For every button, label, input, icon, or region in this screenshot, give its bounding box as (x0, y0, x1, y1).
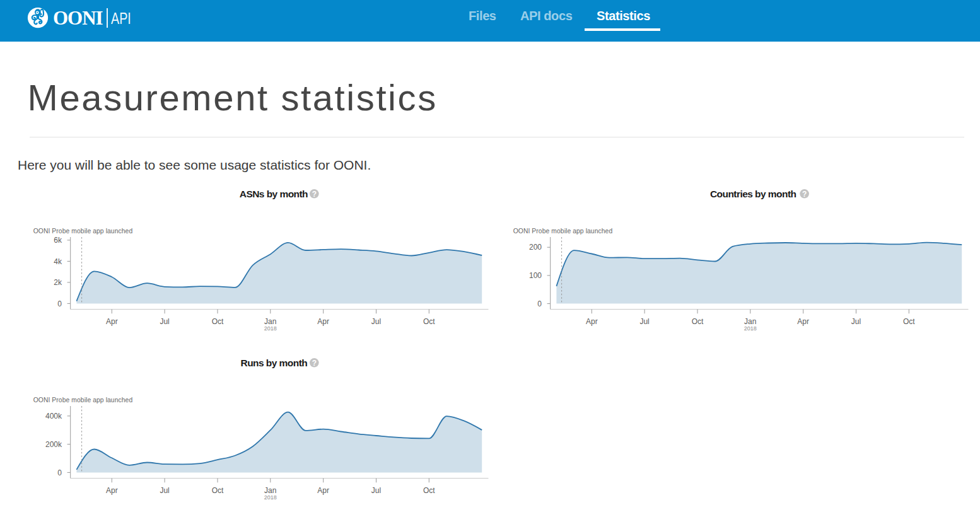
svg-text:ASNs by month: ASNs by month (240, 189, 308, 199)
svg-text:Oct: Oct (212, 486, 224, 495)
svg-text:Apr: Apr (586, 317, 598, 326)
svg-text:Jul: Jul (371, 317, 381, 326)
svg-text:?: ? (802, 190, 807, 199)
svg-text:200k: 200k (45, 440, 62, 449)
svg-text:Jul: Jul (160, 317, 169, 326)
svg-text:2k: 2k (54, 278, 62, 287)
svg-text:Countries by month: Countries by month (710, 189, 796, 199)
svg-text:OONI Probe mobile app launched: OONI Probe mobile app launched (33, 397, 133, 404)
svg-text:200: 200 (529, 243, 542, 252)
svg-text:6k: 6k (54, 236, 62, 245)
svg-text:Oct: Oct (903, 317, 915, 326)
svg-text:2018: 2018 (264, 325, 277, 332)
svg-text:?: ? (312, 359, 317, 368)
svg-text:?: ? (312, 190, 317, 199)
svg-text:OONI Probe mobile app launched: OONI Probe mobile app launched (33, 228, 133, 235)
svg-text:Apr: Apr (317, 317, 329, 326)
svg-text:0: 0 (57, 468, 62, 477)
svg-text:0: 0 (537, 299, 542, 308)
svg-text:Jul: Jul (851, 317, 861, 326)
svg-text:100: 100 (529, 271, 542, 280)
svg-text:4k: 4k (54, 257, 62, 266)
svg-text:Oct: Oct (423, 486, 435, 495)
svg-text:Jul: Jul (639, 317, 649, 326)
svg-text:2018: 2018 (264, 494, 277, 501)
svg-text:400k: 400k (45, 412, 62, 421)
svg-text:Apr: Apr (106, 486, 118, 495)
svg-text:Apr: Apr (106, 317, 118, 326)
svg-text:Apr: Apr (317, 486, 329, 495)
svg-text:Jul: Jul (371, 486, 381, 495)
svg-text:Jul: Jul (160, 486, 169, 495)
svg-text:Oct: Oct (212, 317, 224, 326)
svg-text:Oct: Oct (691, 317, 703, 326)
svg-text:2018: 2018 (744, 325, 757, 332)
svg-text:Apr: Apr (797, 317, 809, 326)
svg-text:0: 0 (57, 299, 62, 308)
svg-text:Oct: Oct (423, 317, 435, 326)
svg-text:Runs by month: Runs by month (241, 357, 308, 368)
svg-text:OONI Probe mobile app launched: OONI Probe mobile app launched (513, 228, 612, 235)
